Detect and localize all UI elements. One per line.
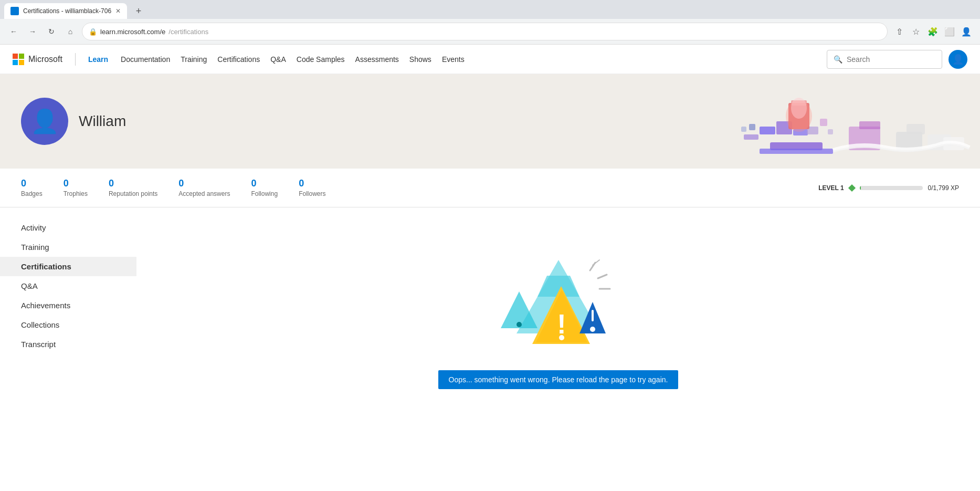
ms-sq-red [13,54,18,59]
xp-text: 0/1,799 XP [928,184,959,192]
nav-events[interactable]: Events [442,55,465,64]
svg-point-27 [559,335,564,340]
sidebar-item-activity[interactable]: Activity [0,218,136,237]
xp-bar [860,186,923,190]
stat-trophies-label: Trophies [64,190,88,197]
top-nav: Microsoft Learn Documentation Training C… [0,45,980,74]
svg-point-10 [791,98,807,119]
stat-badges: 0 Badges [21,178,43,197]
svg-rect-3 [744,134,758,140]
url-path: /certifications [168,28,208,36]
sidebar-item-collections[interactable]: Collections [0,315,136,335]
search-box[interactable]: 🔍 [827,50,942,69]
stat-trophies: 0 Trophies [64,178,88,197]
stat-trophies-value: 0 [64,178,69,189]
nav-training[interactable]: Training [181,55,207,64]
sidebar-item-qa[interactable]: Q&A [0,276,136,296]
toolbar-actions: ⇧ ☆ 🧩 ⬜ 👤 [892,24,974,39]
tab-title: Certifications - williamblack-706 [23,7,111,15]
svg-rect-11 [749,124,755,130]
browser-chrome: Certifications - williamblack-706 ✕ + ← … [0,0,980,45]
stats-bar: 0 Badges 0 Trophies 0 Reputation points … [0,169,980,207]
svg-rect-6 [760,149,833,154]
microsoft-text: Microsoft [28,55,62,64]
level-diamond-icon [848,184,856,191]
share-button[interactable]: ⇧ [892,24,907,39]
nav-documentation[interactable]: Documentation [121,55,170,64]
search-area: 🔍 👤 [827,50,967,69]
sidebar-item-training[interactable]: Training [0,237,136,257]
hero-content: 👤 William [21,98,126,145]
sidebar-item-achievements[interactable]: Achievements [0,296,136,315]
svg-rect-19 [907,124,925,134]
nav-qa[interactable]: Q&A [270,55,286,64]
stat-accepted-label: Accepted answers [178,190,230,197]
new-tab-button[interactable]: + [131,4,146,18]
search-input[interactable] [847,55,935,64]
sidebar-item-transcript[interactable]: Transcript [0,335,136,354]
ms-sq-yellow [19,60,24,65]
svg-rect-30 [592,310,594,321]
stat-following-label: Following [251,190,278,197]
svg-rect-13 [828,129,833,134]
bookmark-button[interactable]: ☆ [909,24,923,39]
svg-point-32 [517,322,522,327]
home-button[interactable]: ⌂ [63,24,78,39]
stat-accepted: 0 Accepted answers [178,178,230,197]
search-icon: 🔍 [834,55,842,64]
nav-shows[interactable]: Shows [409,55,431,64]
stat-badges-label: Badges [21,190,43,197]
user-avatar[interactable]: 👤 [949,50,967,69]
stat-followers-label: Followers [299,190,325,197]
nav-assessments[interactable]: Assessments [355,55,399,64]
back-button[interactable]: ← [6,24,21,39]
main-content: Activity Training Certifications Q&A Ach… [0,207,980,491]
error-message: Oops... something went wrong. Please rel… [438,370,679,389]
sidebar: Activity Training Certifications Q&A Ach… [0,207,136,491]
nav-code-samples[interactable]: Code Samples [297,55,345,64]
ms-squares-icon [13,54,24,65]
url-domain: learn.microsoft.com/e [100,28,165,36]
level-label: LEVEL 1 [818,184,844,192]
svg-text:!: ! [557,309,566,339]
browser-toolbar: ← → ↻ ⌂ 🔒 learn.microsoft.com/e /certifi… [0,19,980,44]
svg-rect-16 [859,121,880,129]
forward-button[interactable]: → [25,24,40,39]
error-illustration: ! [485,228,632,354]
xp-fill [860,186,861,190]
stat-following: 0 Following [251,178,278,197]
svg-line-36 [593,260,599,265]
ms-sq-blue [13,60,18,65]
stat-accepted-value: 0 [178,178,184,189]
stat-badges-value: 0 [21,178,26,189]
microsoft-logo[interactable]: Microsoft [13,54,62,65]
stat-followers: 0 Followers [299,178,325,197]
avatar: 👤 [21,98,68,145]
svg-point-29 [590,327,595,332]
nav-links: Documentation Training Certifications Q&… [121,55,465,64]
nav-certifications[interactable]: Certifications [217,55,260,64]
stat-followers-value: 0 [299,178,304,189]
address-bar[interactable]: 🔒 learn.microsoft.com/e /certifications [82,23,888,40]
page-wrapper: Microsoft Learn Documentation Training C… [0,45,980,491]
profile-button[interactable]: 👤 [959,24,974,39]
nav-divider [75,53,76,66]
stat-following-value: 0 [251,178,256,189]
split-view-button[interactable]: ⬜ [942,24,957,39]
lock-icon: 🔒 [89,28,97,36]
svg-rect-0 [760,127,775,134]
profile-name: William [79,113,126,130]
tab-bar: Certifications - williamblack-706 ✕ + [0,0,980,19]
svg-rect-12 [820,119,827,126]
tab-favicon [10,7,19,15]
nav-learn[interactable]: Learn [88,55,108,64]
hero-decoration [718,74,980,169]
stat-reputation: 0 Reputation points [109,178,157,197]
active-tab[interactable]: Certifications - williamblack-706 ✕ [4,3,127,19]
extensions-button[interactable]: 🧩 [925,24,940,39]
refresh-button[interactable]: ↻ [44,24,59,39]
close-tab-button[interactable]: ✕ [115,7,121,15]
ms-sq-green [19,54,24,59]
sidebar-item-certifications[interactable]: Certifications [0,257,136,276]
level-area: LEVEL 1 0/1,799 XP [818,184,959,192]
